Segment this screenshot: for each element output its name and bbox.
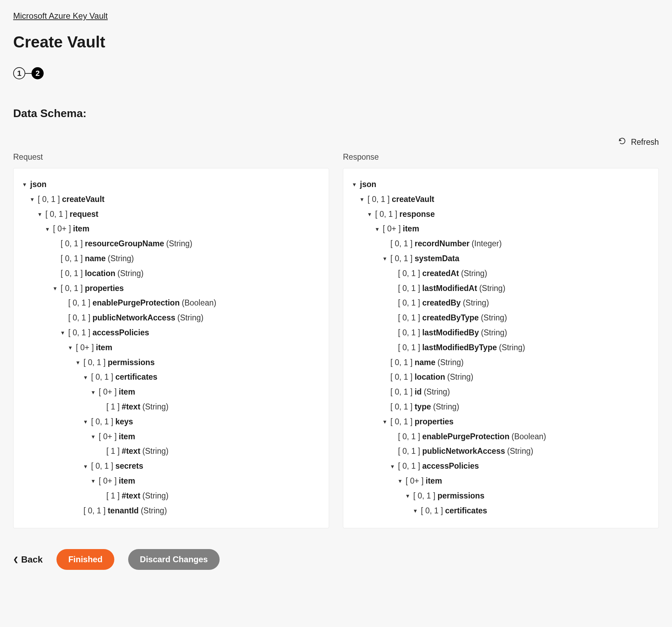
back-button[interactable]: ❮ Back: [13, 554, 43, 565]
tree-node[interactable]: ▼[ 0+ ] item[ 1 ] #text (String): [90, 386, 321, 413]
tree-node[interactable]: [ 0, 1 ] enablePurgeProtection (Boolean): [59, 297, 321, 309]
chevron-down-icon[interactable]: ▼: [389, 462, 396, 471]
tree-node[interactable]: [ 0, 1 ] resourceGroupName (String): [52, 237, 321, 250]
chevron-down-icon[interactable]: ▼: [90, 388, 97, 397]
chevron-down-icon[interactable]: ▼: [36, 210, 43, 219]
tree-node[interactable]: ▼[ 0, 1 ] permissions▼[ 0, 1 ] certifica…: [74, 356, 321, 502]
refresh-label[interactable]: Refresh: [631, 138, 659, 147]
chevron-down-icon[interactable]: ▼: [359, 195, 365, 204]
tree-node[interactable]: [ 0, 1 ] name (String): [381, 356, 651, 369]
tree-node[interactable]: [ 0, 1 ] location (String): [52, 267, 321, 280]
tree-node[interactable]: ▼json▼[ 0, 1 ] createVault▼[ 0, 1 ] resp…: [351, 178, 651, 517]
tree-node[interactable]: ▼[ 0, 1 ] createVault▼[ 0, 1 ] request▼[…: [29, 193, 321, 517]
tree-node[interactable]: ▼[ 0, 1 ] accessPolicies▼[ 0+ ] item▼[ 0…: [59, 326, 321, 517]
tree-node[interactable]: ▼[ 0, 1 ] certificates: [412, 504, 651, 517]
chevron-down-icon[interactable]: ▼: [351, 180, 358, 189]
tree-node[interactable]: ▼[ 0+ ] item▼[ 0, 1 ] permissions▼[ 0, 1…: [67, 341, 321, 517]
response-tree: ▼json▼[ 0, 1 ] createVault▼[ 0, 1 ] resp…: [343, 168, 659, 528]
node-name: lastModifiedAt: [422, 282, 477, 295]
breadcrumb[interactable]: Microsoft Azure Key Vault: [13, 11, 108, 20]
tree-node[interactable]: [ 1 ] #text (String): [97, 489, 321, 502]
chevron-down-icon[interactable]: ▼: [44, 225, 51, 233]
chevron-down-icon[interactable]: ▼: [21, 180, 28, 189]
tree-node[interactable]: [ 0, 1 ] createdBy (String): [389, 297, 651, 309]
tree-node[interactable]: ▼[ 0, 1 ] properties[ 0, 1 ] enablePurge…: [52, 282, 321, 517]
node-type: (Boolean): [512, 430, 546, 443]
chevron-down-icon[interactable]: ▼: [90, 477, 97, 485]
tree-node[interactable]: [ 0, 1 ] lastModifiedByType (String): [389, 341, 651, 354]
chevron-down-icon[interactable]: ▼: [82, 462, 89, 471]
tree-node[interactable]: ▼[ 0, 1 ] request▼[ 0+ ] item[ 0, 1 ] re…: [36, 208, 321, 517]
chevron-down-icon[interactable]: ▼: [374, 225, 381, 233]
tree-node[interactable]: ▼[ 0, 1 ] response▼[ 0+ ] item[ 0, 1 ] r…: [366, 208, 651, 517]
cardinality: [ 0, 1 ]: [61, 282, 83, 295]
tree-node[interactable]: [ 0, 1 ] type (String): [381, 400, 651, 413]
chevron-down-icon[interactable]: ▼: [74, 359, 81, 367]
cardinality: [ 0, 1 ]: [91, 415, 113, 428]
node-name: item: [119, 475, 135, 487]
tree-node[interactable]: ▼[ 0, 1 ] systemData[ 0, 1 ] createdAt (…: [381, 252, 651, 354]
cardinality: [ 0, 1 ]: [398, 282, 420, 295]
tree-node[interactable]: [ 0, 1 ] lastModifiedAt (String): [389, 282, 651, 295]
tree-node[interactable]: [ 0, 1 ] lastModifiedBy (String): [389, 326, 651, 339]
tree-node[interactable]: ▼[ 0+ ] item▼[ 0, 1 ] permissions▼[ 0, 1…: [397, 475, 651, 517]
chevron-down-icon[interactable]: ▼: [67, 344, 74, 352]
chevron-down-icon[interactable]: ▼: [82, 418, 89, 426]
tree-node[interactable]: ▼[ 0+ ] item[ 1 ] #text (String): [90, 430, 321, 458]
tree-node[interactable]: [ 0, 1 ] enablePurgeProtection (Boolean): [389, 430, 651, 443]
node-name: json: [360, 178, 376, 191]
tree-node[interactable]: [ 0, 1 ] publicNetworkAccess (String): [59, 311, 321, 324]
chevron-down-icon[interactable]: ▼: [381, 418, 388, 426]
discard-button[interactable]: Discard Changes: [128, 549, 220, 570]
chevron-down-icon[interactable]: ▼: [90, 433, 97, 441]
tree-node[interactable]: [ 0, 1 ] createdByType (String): [389, 311, 651, 324]
node-name: lastModifiedBy: [422, 326, 479, 339]
node-name: publicNetworkAccess: [92, 311, 175, 324]
cardinality: [ 0+ ]: [406, 475, 424, 487]
step-1[interactable]: 1: [13, 67, 25, 79]
node-name: properties: [85, 282, 124, 295]
node-name: secrets: [115, 460, 143, 473]
tree-node[interactable]: ▼[ 0, 1 ] keys▼[ 0+ ] item[ 1 ] #text (S…: [82, 415, 321, 458]
tree-node[interactable]: ▼[ 0+ ] item[ 0, 1 ] resourceGroupName (…: [44, 222, 321, 517]
tree-node[interactable]: ▼[ 0, 1 ] createVault▼[ 0, 1 ] response▼…: [359, 193, 651, 517]
node-type: (String): [141, 504, 167, 517]
chevron-down-icon[interactable]: ▼: [59, 329, 66, 337]
tree-node[interactable]: ▼[ 0, 1 ] certificates▼[ 0+ ] item[ 1 ] …: [82, 371, 321, 413]
tree-node[interactable]: ▼[ 0, 1 ] secrets▼[ 0+ ] item[ 1 ] #text…: [82, 460, 321, 502]
node-type: (String): [479, 282, 505, 295]
tree-node[interactable]: [ 0, 1 ] createdAt (String): [389, 267, 651, 280]
chevron-down-icon[interactable]: ▼: [29, 195, 36, 204]
chevron-down-icon[interactable]: ▼: [404, 492, 411, 500]
node-type: (String): [463, 297, 489, 309]
chevron-down-icon[interactable]: ▼: [52, 284, 59, 293]
tree-node[interactable]: ▼json▼[ 0, 1 ] createVault▼[ 0, 1 ] requ…: [21, 178, 321, 517]
tree-node[interactable]: ▼[ 0, 1 ] permissions▼[ 0, 1 ] certifica…: [404, 489, 651, 517]
tree-node[interactable]: [ 1 ] #text (String): [97, 400, 321, 413]
chevron-down-icon[interactable]: ▼: [397, 477, 404, 485]
chevron-down-icon[interactable]: ▼: [366, 210, 373, 219]
tree-node[interactable]: [ 0, 1 ] name (String): [52, 252, 321, 265]
node-type: (Boolean): [182, 297, 216, 309]
tree-node[interactable]: [ 0, 1 ] location (String): [381, 371, 651, 383]
chevron-down-icon[interactable]: ▼: [412, 507, 419, 515]
step-2[interactable]: 2: [32, 67, 44, 79]
refresh-icon[interactable]: [618, 137, 626, 147]
chevron-left-icon: ❮: [13, 556, 18, 563]
tree-node[interactable]: [ 0, 1 ] id (String): [381, 386, 651, 398]
tree-node[interactable]: [ 0, 1 ] recordNumber (Integer): [381, 237, 651, 250]
chevron-down-icon[interactable]: ▼: [381, 255, 388, 263]
node-name: createdAt: [422, 267, 459, 280]
finished-button[interactable]: Finished: [56, 549, 114, 570]
tree-node[interactable]: ▼[ 0+ ] item[ 0, 1 ] recordNumber (Integ…: [374, 222, 651, 517]
cardinality: [ 0+ ]: [383, 222, 401, 235]
tree-node[interactable]: [ 1 ] #text (String): [97, 445, 321, 458]
node-name: name: [85, 252, 106, 265]
cardinality: [ 0, 1 ]: [398, 311, 420, 324]
chevron-down-icon[interactable]: ▼: [82, 373, 89, 382]
tree-node[interactable]: [ 0, 1 ] tenantId (String): [74, 504, 321, 517]
tree-node[interactable]: ▼[ 0+ ] item[ 1 ] #text (String): [90, 475, 321, 502]
tree-node[interactable]: ▼[ 0, 1 ] accessPolicies▼[ 0+ ] item▼[ 0…: [389, 460, 651, 517]
tree-node[interactable]: [ 0, 1 ] publicNetworkAccess (String): [389, 445, 651, 458]
tree-node[interactable]: ▼[ 0, 1 ] properties[ 0, 1 ] enablePurge…: [381, 415, 651, 517]
